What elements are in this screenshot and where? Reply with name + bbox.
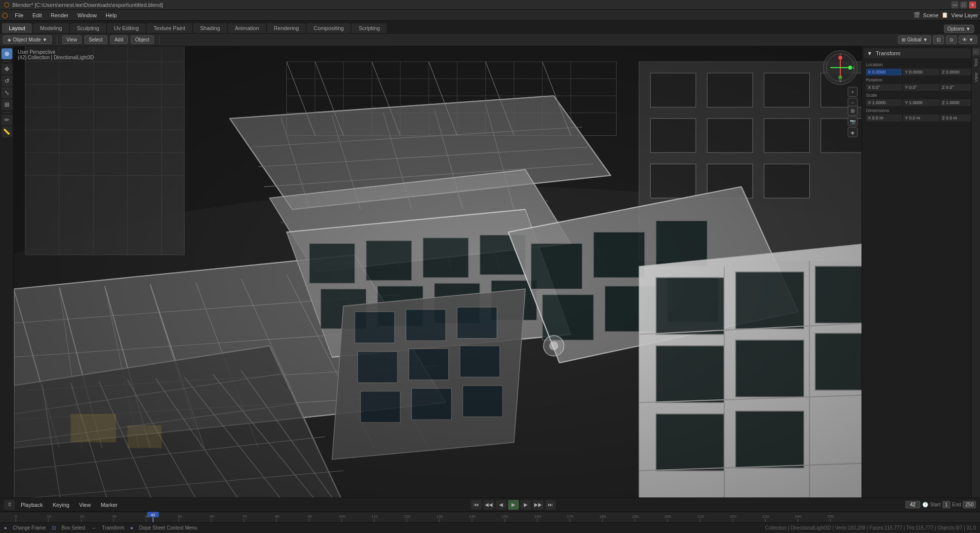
tl-view[interactable]: View: [75, 501, 95, 509]
svg-text:200: 200: [665, 514, 671, 519]
mode-label: Object Mode: [13, 37, 41, 42]
dim-y[interactable]: Y 0.0 m: [903, 114, 939, 121]
tab-rendering[interactable]: Rendering: [267, 23, 306, 33]
ruler-svg: 0 10 20 30 40 42 50 60 70 80 90 100 110 …: [0, 512, 980, 522]
annotate-tool[interactable]: ✏: [1, 114, 12, 125]
add-menu[interactable]: Add: [110, 36, 128, 44]
rotation-x[interactable]: X 0.0°: [866, 84, 902, 91]
tab-uv-editing[interactable]: Uv Editing: [107, 23, 146, 33]
tab-compositing[interactable]: Compositing: [307, 23, 351, 33]
start-frame[interactable]: 1: [942, 501, 950, 508]
view-camera[interactable]: 📷: [848, 116, 858, 126]
scale-tool[interactable]: ⤡: [1, 87, 12, 98]
move-tool[interactable]: ✥: [1, 64, 12, 75]
viewport[interactable]: User Perspective (42) Collection | Direc…: [14, 46, 980, 497]
navigation-gizmo[interactable]: Z X Y: [823, 50, 858, 85]
current-frame-display[interactable]: 42: [905, 501, 920, 508]
options-dropdown[interactable]: Options ▼: [944, 25, 974, 33]
transform-content: Location X 0.0000 Y 0.0000 Z 0.0000 Rota…: [864, 60, 978, 123]
view-label: View: [67, 37, 78, 42]
rotate-tool[interactable]: ↺: [1, 76, 12, 86]
box-select-label: Box Select: [62, 525, 85, 531]
transform-orientation[interactable]: ⊞ Global ▼: [898, 36, 931, 44]
minimize-button[interactable]: —: [951, 1, 958, 8]
menu-file[interactable]: File: [11, 11, 28, 19]
tab-layout[interactable]: Layout: [2, 23, 32, 33]
transform-tool[interactable]: ⊞: [1, 99, 12, 110]
svg-text:250: 250: [827, 514, 834, 519]
measure-tool[interactable]: 📏: [1, 126, 12, 137]
tl-playback[interactable]: Playback: [17, 501, 47, 509]
snap-button[interactable]: ⊡: [933, 36, 944, 44]
tab-texture-paint[interactable]: Texture Paint: [147, 23, 192, 33]
jump-to-start[interactable]: ⏮: [471, 500, 482, 510]
transform-panel: ▼ Transform Location X 0.0000 Y 0.0000 Z…: [862, 46, 980, 497]
blender-menu-icon: ⬡: [2, 11, 8, 19]
dropdown-icon: ▼: [923, 37, 928, 42]
dim-x[interactable]: X 0.0 m: [866, 114, 902, 121]
svg-rect-64: [650, 118, 696, 152]
tl-markers[interactable]: Marker: [97, 501, 121, 509]
svg-rect-118: [656, 346, 724, 403]
view-menu[interactable]: View: [62, 36, 82, 44]
menu-window[interactable]: Window: [74, 11, 101, 19]
view-ortho[interactable]: ⊞: [848, 106, 858, 115]
svg-text:Y: Y: [839, 79, 842, 82]
close-button[interactable]: ✕: [969, 1, 976, 8]
main-area: ⊕ ✥ ↺ ⤡ ⊞ ✏ 📏: [0, 46, 980, 497]
play-prev-frame[interactable]: ◀: [496, 500, 507, 510]
transform-expand-icon: ▼: [867, 50, 872, 56]
tab-scripting[interactable]: Scripting: [352, 23, 387, 33]
svg-text:100: 100: [339, 514, 346, 519]
jump-to-end[interactable]: ⏭: [545, 500, 556, 510]
scale-y[interactable]: Y 1.0000: [903, 99, 939, 106]
cursor-tool[interactable]: ⊕: [1, 48, 12, 59]
start-label: Start: [930, 502, 941, 507]
svg-rect-137: [460, 346, 500, 377]
status-right: Collection | DirectionalLight3D | Verts:…: [765, 525, 977, 531]
sidebar-view-label[interactable]: View: [974, 71, 979, 84]
transform-panel-header[interactable]: ▼ Transform: [864, 48, 978, 58]
location-x[interactable]: X 0.0000: [866, 69, 902, 76]
svg-text:140: 140: [469, 514, 476, 519]
svg-text:10: 10: [47, 514, 51, 519]
separator-2: [159, 36, 159, 44]
svg-rect-103: [531, 243, 583, 289]
clock-icon: 🕐: [922, 502, 928, 507]
scale-x[interactable]: X 1.0000: [866, 99, 902, 106]
svg-rect-94: [423, 238, 469, 278]
menu-render[interactable]: Render: [47, 11, 73, 19]
view-render[interactable]: ◈: [848, 127, 858, 137]
jump-next-keyframe[interactable]: ▶▶: [533, 500, 544, 510]
mode-selector[interactable]: ◈ Object Mode ▼: [3, 36, 52, 44]
tl-keying[interactable]: Keying: [49, 501, 74, 509]
timeline-menu-icon[interactable]: ☰: [4, 500, 15, 510]
end-frame[interactable]: 250: [963, 501, 976, 508]
svg-rect-68: [650, 164, 696, 198]
transform-label: Transform: [102, 525, 124, 531]
play-next-frame[interactable]: ▶: [520, 500, 531, 510]
maximize-button[interactable]: □: [960, 1, 967, 8]
menu-edit[interactable]: Edit: [29, 11, 46, 19]
object-menu[interactable]: Object: [131, 36, 154, 44]
left-toolbar: ⊕ ✥ ↺ ⤡ ⊞ ✏ 📏: [0, 46, 14, 497]
zoom-in[interactable]: +: [848, 87, 858, 97]
location-y[interactable]: Y 0.0000: [903, 69, 939, 76]
tab-modeling[interactable]: Modeling: [33, 23, 69, 33]
tab-sculpting[interactable]: Sculpting: [70, 23, 106, 33]
ruler-area[interactable]: 0 10 20 30 40 42 50 60 70 80 90 100 110 …: [0, 511, 980, 522]
svg-rect-123: [736, 411, 804, 468]
select-menu[interactable]: Select: [84, 36, 107, 44]
visibility-options[interactable]: 👁 ▼: [959, 36, 977, 44]
menu-help[interactable]: Help: [102, 11, 121, 19]
sidebar-toggle[interactable]: ‹: [973, 48, 980, 55]
tab-shading[interactable]: Shading: [193, 23, 227, 33]
proportional-edit[interactable]: ⊙: [946, 36, 957, 44]
rotation-y[interactable]: Y 0.0°: [903, 84, 939, 91]
tab-animation[interactable]: Animation: [228, 23, 266, 33]
play-button[interactable]: ▶: [508, 500, 519, 510]
status-left: ● Change Frame ⊡ Box Select → Transform …: [4, 525, 197, 531]
transform-scale-row: X 1.0000 Y 1.0000 Z 1.0000: [866, 99, 976, 106]
sidebar-tool-label[interactable]: Tool: [974, 57, 979, 69]
jump-prev-keyframe[interactable]: ◀◀: [483, 500, 494, 510]
